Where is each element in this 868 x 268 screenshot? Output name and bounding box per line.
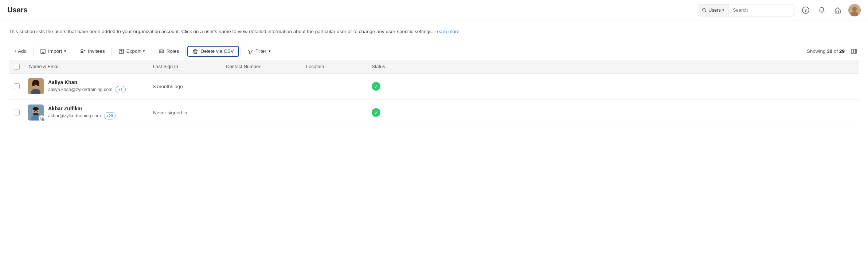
- user-badge-2[interactable]: +29: [104, 112, 116, 119]
- showing-prefix: Showing: [807, 48, 827, 54]
- toolbar-divider-5: [185, 47, 186, 55]
- invitees-button[interactable]: Invitees: [75, 46, 110, 57]
- svg-point-0: [703, 8, 705, 11]
- notifications-icon-btn[interactable]: [816, 5, 827, 16]
- toolbar-divider-2: [73, 47, 73, 55]
- showing-count: 30: [827, 48, 832, 54]
- search-scope-label: Users: [708, 7, 721, 13]
- row-checkbox-1[interactable]: [14, 83, 20, 89]
- home-icon: [834, 7, 841, 14]
- header-left: Users: [7, 6, 28, 14]
- avatar[interactable]: [848, 4, 861, 16]
- user-email-row-2: akbar@zylkertraining.com +29: [48, 112, 116, 119]
- export-icon: [118, 48, 124, 54]
- help-icon: ?: [802, 7, 809, 14]
- select-all-checkbox[interactable]: [14, 64, 20, 70]
- toolbar-divider-6: [241, 47, 241, 55]
- showing-of: of: [832, 48, 839, 54]
- svg-point-31: [34, 85, 35, 86]
- export-arrow: ▾: [143, 49, 145, 54]
- filter-button[interactable]: Filter ▾: [242, 46, 276, 57]
- admin-svg: ✦: [39, 115, 44, 121]
- last-signin-1: 3 months ago: [149, 84, 222, 89]
- status-active-icon-2: ✓: [372, 108, 380, 117]
- header: Users Users ▾ ?: [0, 0, 868, 20]
- svg-point-35: [33, 107, 39, 111]
- roles-label: Roles: [167, 48, 179, 54]
- user-badge-1[interactable]: +1: [116, 86, 126, 93]
- learn-more-link[interactable]: Learn more: [434, 29, 460, 34]
- page-content: This section lists the users that have b…: [0, 20, 868, 126]
- invitees-label: Invitees: [88, 48, 105, 54]
- roles-button[interactable]: Roles: [153, 46, 184, 57]
- svg-point-10: [81, 50, 83, 52]
- svg-rect-4: [837, 11, 839, 13]
- showing-total: 29: [839, 48, 845, 54]
- user-avatar-wrapper-1: [28, 78, 44, 94]
- page-description: This section lists the users that have b…: [9, 28, 859, 36]
- table-row: Aaliya Khan aaliya.khan@zylkertraining.c…: [9, 74, 859, 100]
- aaliya-avatar-svg: [28, 78, 44, 94]
- svg-rect-22: [851, 49, 853, 54]
- row-checkbox-cell-1: [9, 83, 25, 89]
- page-title: Users: [7, 6, 28, 14]
- users-table: Name & Email Last Sign In Contact Number…: [9, 60, 859, 126]
- svg-text:?: ?: [805, 8, 807, 13]
- import-label: Import: [48, 48, 62, 54]
- user-info-2: Akbar Zulfikar akbar@zylkertraining.com …: [48, 106, 116, 119]
- import-button[interactable]: Import ▾: [35, 46, 71, 57]
- status-cell-2: ✓: [367, 108, 433, 117]
- description-text: This section lists the users that have b…: [9, 29, 433, 34]
- user-cell-1: Aaliya Khan aaliya.khan@zylkertraining.c…: [25, 78, 149, 94]
- svg-point-32: [37, 85, 38, 86]
- user-email-2: akbar@zylkertraining.com: [48, 113, 101, 118]
- svg-point-39: [37, 111, 38, 112]
- row-checkbox-2[interactable]: [14, 110, 20, 115]
- help-icon-btn[interactable]: ?: [800, 5, 811, 16]
- avatar-image: [848, 4, 861, 16]
- showing-text: Showing 30 of 29: [807, 48, 845, 54]
- toolbar-divider-3: [112, 47, 112, 55]
- col-name-email: Name & Email: [25, 64, 149, 69]
- delete-csv-button[interactable]: Delete via CSV: [187, 46, 239, 57]
- toolbar: + Add Import ▾ Invitees: [9, 43, 859, 60]
- svg-rect-23: [854, 49, 856, 54]
- export-button[interactable]: Export ▾: [113, 46, 150, 57]
- svg-point-38: [34, 111, 35, 112]
- table-header: Name & Email Last Sign In Contact Number…: [9, 60, 859, 74]
- col-location: Location: [302, 64, 367, 69]
- header-icons: ?: [800, 4, 861, 16]
- search-scope-arrow: ▾: [722, 8, 724, 12]
- delete-icon: [192, 48, 198, 54]
- search-bar: Users ▾: [698, 4, 794, 16]
- row-checkbox-cell-2: [9, 110, 25, 115]
- toolbar-divider-1: [33, 47, 34, 55]
- svg-point-6: [852, 7, 857, 11]
- col-last-sign-in: Last Sign In: [149, 64, 222, 69]
- delete-csv-label: Delete via CSV: [200, 48, 234, 54]
- filter-label: Filter: [255, 48, 266, 54]
- last-signin-2: Never signed in: [149, 110, 222, 115]
- add-button[interactable]: + Add: [9, 46, 32, 56]
- user-email-row-1: aaliya.khan@zylkertraining.com +1: [48, 86, 126, 93]
- svg-text:✦: ✦: [42, 119, 44, 121]
- invitees-icon: [80, 48, 86, 54]
- user-avatar-1: [28, 78, 44, 94]
- status-cell-1: ✓: [367, 82, 433, 91]
- user-name-1[interactable]: Aaliya Khan: [48, 79, 126, 85]
- search-icon: [702, 8, 707, 13]
- user-email-1: aaliya.khan@zylkertraining.com: [48, 87, 113, 92]
- user-cell-2: ✦ Akbar Zulfikar akbar@zylkertraining.co…: [25, 105, 149, 121]
- bell-icon: [818, 7, 825, 14]
- import-arrow: ▾: [64, 49, 66, 54]
- status-active-icon-1: ✓: [372, 82, 380, 91]
- filter-icon: [247, 48, 253, 54]
- admin-icon-2: ✦: [39, 115, 44, 121]
- columns-icon: [851, 48, 857, 55]
- filter-arrow: ▾: [269, 49, 271, 54]
- search-input[interactable]: [728, 7, 794, 13]
- home-icon-btn[interactable]: [832, 5, 843, 16]
- search-scope-btn[interactable]: Users ▾: [698, 4, 728, 16]
- columns-toggle-btn[interactable]: [848, 47, 859, 56]
- user-name-2[interactable]: Akbar Zulfikar: [48, 106, 116, 111]
